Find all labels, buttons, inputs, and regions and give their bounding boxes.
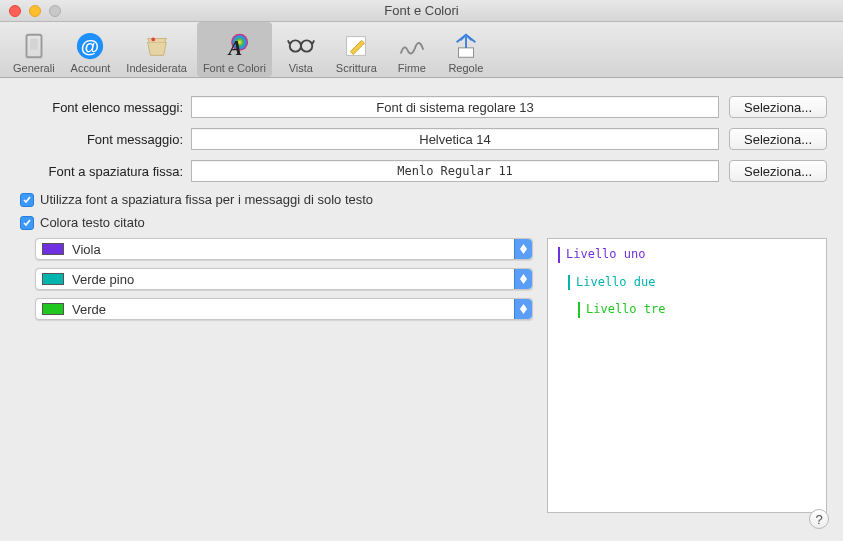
- fonts-colors-icon: A: [219, 31, 249, 61]
- list-font-display: Font di sistema regolare 13: [191, 96, 719, 118]
- svg-rect-1: [30, 39, 38, 50]
- select-message-font-button[interactable]: Seleziona...: [729, 128, 827, 150]
- checkbox-label: Utilizza font a spaziatura fissa per i m…: [40, 192, 373, 207]
- window-title: Font e Colori: [0, 3, 843, 18]
- quote-color-selects: ViolaVerde pinoVerde: [16, 238, 533, 513]
- color-swatch: [42, 273, 64, 285]
- tab-signatures[interactable]: Firme: [387, 22, 437, 77]
- svg-point-8: [301, 40, 312, 51]
- svg-rect-11: [458, 48, 473, 57]
- select-list-font-button[interactable]: Seleziona...: [729, 96, 827, 118]
- quote-color-select-level-3[interactable]: Verde: [35, 298, 533, 320]
- preferences-toolbar: Generali @ Account Indesiderata A Font e…: [0, 22, 843, 78]
- select-fixed-font-button[interactable]: Seleziona...: [729, 160, 827, 182]
- svg-text:@: @: [81, 36, 99, 57]
- label-list-font: Font elenco messaggi:: [16, 100, 191, 115]
- help-button[interactable]: ?: [809, 509, 829, 529]
- tab-label: Generali: [13, 62, 55, 74]
- minimize-icon[interactable]: [29, 5, 41, 17]
- svg-point-7: [290, 40, 301, 51]
- maximize-icon: [49, 5, 61, 17]
- quote-preview-line: Livello tre: [578, 302, 816, 318]
- tab-label: Font e Colori: [203, 62, 266, 74]
- chevron-up-down-icon: [514, 239, 532, 259]
- glasses-icon: [286, 31, 316, 61]
- quote-preview-line: Livello due: [568, 275, 816, 291]
- chevron-up-down-icon: [514, 269, 532, 289]
- color-swatch: [42, 303, 64, 315]
- quote-color-select-level-2[interactable]: Verde pino: [35, 268, 533, 290]
- tab-rules[interactable]: Regole: [441, 22, 491, 77]
- quote-color-select-level-1[interactable]: Viola: [35, 238, 533, 260]
- at-icon: @: [75, 31, 105, 61]
- quote-preview: Livello unoLivello dueLivello tre: [547, 238, 827, 513]
- junk-icon: [142, 31, 172, 61]
- tab-junk[interactable]: Indesiderata: [120, 22, 193, 77]
- select-value: Viola: [72, 242, 101, 257]
- message-font-display: Helvetica 14: [191, 128, 719, 150]
- quote-preview-line: Livello uno: [558, 247, 816, 263]
- chevron-up-down-icon: [514, 299, 532, 319]
- tab-fonts-colors[interactable]: A Font e Colori: [197, 22, 272, 77]
- tab-label: Firme: [398, 62, 426, 74]
- signature-icon: [397, 31, 427, 61]
- select-value: Verde pino: [72, 272, 134, 287]
- checkbox-label: Colora testo citato: [40, 215, 145, 230]
- tab-label: Vista: [289, 62, 313, 74]
- tab-label: Indesiderata: [126, 62, 187, 74]
- svg-point-4: [151, 38, 155, 42]
- svg-text:A: A: [227, 37, 243, 59]
- slider-icon: [19, 31, 49, 61]
- label-message-font: Font messaggio:: [16, 132, 191, 147]
- close-icon[interactable]: [9, 5, 21, 17]
- select-value: Verde: [72, 302, 106, 317]
- compose-icon: [341, 31, 371, 61]
- checkbox-checked-icon: [20, 193, 34, 207]
- titlebar: Font e Colori: [0, 0, 843, 22]
- rules-icon: [451, 31, 481, 61]
- tab-viewing[interactable]: Vista: [276, 22, 326, 77]
- label-fixed-font: Font a spaziatura fissa:: [16, 164, 191, 179]
- checkbox-checked-icon: [20, 216, 34, 230]
- tab-account[interactable]: @ Account: [65, 22, 117, 77]
- color-quoted-checkbox[interactable]: Colora testo citato: [20, 215, 827, 230]
- color-swatch: [42, 243, 64, 255]
- use-fixed-width-checkbox[interactable]: Utilizza font a spaziatura fissa per i m…: [20, 192, 827, 207]
- tab-label: Regole: [448, 62, 483, 74]
- fixed-font-display: Menlo Regular 11: [191, 160, 719, 182]
- tab-label: Account: [71, 62, 111, 74]
- tab-label: Scrittura: [336, 62, 377, 74]
- tab-generali[interactable]: Generali: [7, 22, 61, 77]
- tab-composing[interactable]: Scrittura: [330, 22, 383, 77]
